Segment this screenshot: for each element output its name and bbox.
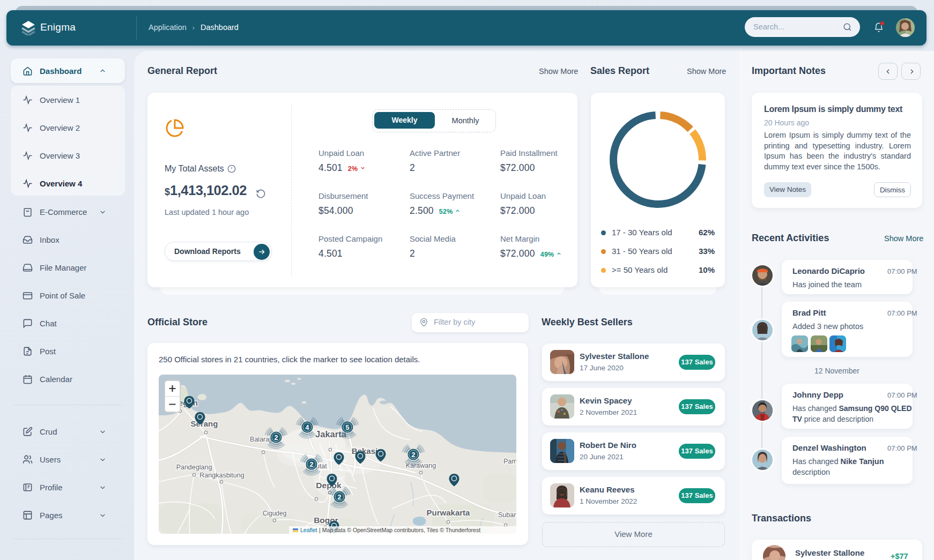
svg-text:5: 5: [346, 424, 350, 431]
svg-text:Leaflet: Leaflet: [300, 527, 317, 533]
svg-text:Pama: Pama: [503, 458, 516, 465]
svg-text:4: 4: [306, 424, 309, 431]
svg-text:2: 2: [338, 494, 342, 501]
svg-text:Rangkasbitung: Rangkasbitung: [199, 472, 244, 479]
svg-text:2: 2: [412, 451, 416, 459]
svg-text:Subang: Subang: [498, 511, 516, 519]
svg-text:Serang: Serang: [191, 419, 218, 428]
svg-text:| Map data © OpenStreetMap con: | Map data © OpenStreetMap contributors,…: [319, 527, 480, 533]
svg-text:2: 2: [310, 461, 314, 468]
svg-text:2: 2: [275, 434, 278, 442]
svg-text:Cigudeg: Cigudeg: [263, 510, 287, 517]
svg-text:Pandeglang: Pandeglang: [176, 464, 212, 471]
svg-text:Purwakarta: Purwakarta: [427, 508, 471, 517]
